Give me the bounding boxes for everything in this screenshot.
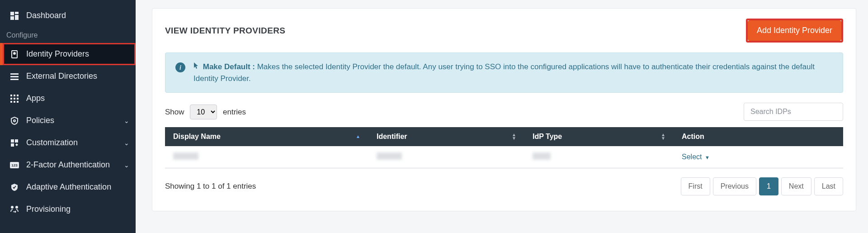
users-exchange-icon: [9, 205, 20, 214]
svg-rect-8: [10, 79, 19, 80]
table-info: Showing 1 to 1 of 1 entries: [165, 182, 256, 191]
pagination: First Previous 1 Next Last: [681, 177, 843, 195]
svg-point-24: [11, 206, 14, 209]
svg-rect-1: [15, 12, 19, 14]
redacted-value: [533, 152, 551, 160]
redacted-value: [377, 152, 402, 160]
badge-123-icon: 123: [9, 162, 20, 168]
sidebar-item-label: Customization: [26, 138, 78, 147]
col-idp-type[interactable]: IdP Type ▲▼: [524, 127, 674, 146]
sort-icon: ▲▼: [512, 133, 516, 140]
svg-rect-20: [15, 139, 18, 143]
page-previous-button[interactable]: Previous: [713, 177, 756, 195]
dashboard-icon: [9, 12, 20, 20]
shield-check-icon: [9, 183, 20, 191]
info-text: Make Default : Makes the selected Identi…: [193, 61, 833, 84]
svg-rect-19: [11, 139, 14, 143]
page-first-button[interactable]: First: [681, 177, 710, 195]
svg-rect-16: [14, 101, 15, 103]
svg-rect-12: [10, 98, 12, 100]
svg-rect-14: [17, 98, 19, 100]
table-row: Select ▼: [165, 146, 843, 168]
idp-table: Display Name ▲ Identifier ▲▼ IdP Type ▲▼…: [165, 127, 843, 168]
svg-rect-2: [15, 15, 19, 20]
sidebar-item-provisioning[interactable]: Provisioning: [0, 198, 136, 220]
svg-point-25: [15, 206, 18, 209]
col-display-name[interactable]: Display Name ▲: [165, 127, 368, 146]
entries-control: Show 10 entries: [165, 105, 246, 119]
cell-action: Select ▼: [674, 146, 843, 168]
chevron-down-icon: ⌄: [124, 162, 129, 169]
sidebar-item-label: Dashboard: [26, 11, 66, 20]
entries-select[interactable]: 10: [190, 105, 217, 119]
info-lead: Make Default :: [203, 62, 255, 71]
grid-icon: [9, 95, 20, 103]
row-action-select[interactable]: Select ▼: [682, 153, 710, 161]
search-input[interactable]: [744, 103, 843, 121]
add-identity-provider-button[interactable]: Add Identity Provider: [748, 20, 841, 41]
page-title: VIEW IDENTITY PROVIDERS: [165, 26, 285, 36]
sidebar-item-label: External Directories: [26, 71, 97, 81]
sidebar-item-adaptive-auth[interactable]: Adaptive Authentication: [0, 176, 136, 198]
sidebar-item-policies[interactable]: Policies ⌄: [0, 109, 136, 132]
sidebar: Dashboard Configure Identity Providers E…: [0, 0, 136, 233]
sidebar-item-identity-providers[interactable]: Identity Providers: [0, 43, 136, 65]
svg-rect-7: [10, 76, 19, 77]
cell-idp-type: [524, 146, 674, 168]
sort-icon: ▲: [356, 135, 360, 138]
svg-point-18: [14, 120, 15, 122]
info-icon: i: [175, 62, 185, 72]
svg-rect-21: [11, 143, 14, 147]
caret-down-icon: ▼: [705, 155, 710, 160]
svg-text:123: 123: [11, 163, 18, 167]
sort-icon: ▲▼: [661, 133, 665, 140]
sidebar-item-label: Policies: [26, 116, 54, 125]
sidebar-item-dashboard[interactable]: Dashboard: [0, 5, 136, 27]
cell-identifier: [368, 146, 524, 168]
svg-rect-17: [17, 101, 19, 103]
info-callout: i Make Default : Makes the selected Iden…: [165, 52, 843, 93]
chevron-down-icon: ⌄: [124, 139, 129, 147]
shield-gear-icon: [9, 117, 20, 125]
sidebar-item-label: 2-Factor Authentication: [26, 160, 110, 170]
svg-rect-3: [10, 16, 14, 20]
sidebar-item-label: Apps: [26, 94, 45, 103]
main-content: VIEW IDENTITY PROVIDERS Add Identity Pro…: [136, 0, 868, 233]
show-label-prefix: Show: [165, 108, 184, 116]
cell-display-name: [165, 146, 368, 168]
svg-rect-10: [14, 95, 15, 96]
svg-rect-15: [10, 101, 12, 103]
page-next-button[interactable]: Next: [781, 177, 811, 195]
idp-icon: [9, 50, 20, 58]
svg-rect-13: [14, 98, 15, 100]
sidebar-item-label: Identity Providers: [26, 49, 89, 59]
page-number-button[interactable]: 1: [759, 177, 778, 195]
svg-point-5: [14, 52, 15, 54]
chevron-down-icon: ⌄: [124, 117, 129, 124]
info-body: Makes the selected Identity Provider the…: [193, 62, 815, 83]
sidebar-item-apps[interactable]: Apps: [0, 87, 136, 109]
cursor-icon: [193, 62, 201, 71]
redacted-value: [173, 152, 198, 160]
sidebar-item-label: Adaptive Authentication: [26, 182, 111, 192]
svg-rect-0: [10, 12, 14, 15]
sidebar-item-label: Provisioning: [26, 204, 71, 214]
list-icon: [9, 72, 20, 81]
svg-rect-11: [17, 95, 19, 96]
show-label-suffix: entries: [223, 108, 246, 116]
svg-rect-6: [10, 73, 19, 75]
puzzle-icon: [9, 139, 20, 147]
col-action: Action: [674, 127, 843, 146]
sidebar-section-configure: Configure: [0, 27, 136, 43]
svg-rect-9: [10, 95, 12, 96]
sidebar-item-customization[interactable]: Customization ⌄: [0, 132, 136, 154]
col-identifier[interactable]: Identifier ▲▼: [368, 127, 524, 146]
sidebar-item-2fa[interactable]: 123 2-Factor Authentication ⌄: [0, 154, 136, 176]
sidebar-item-external-directories[interactable]: External Directories: [0, 65, 136, 87]
page-last-button[interactable]: Last: [814, 177, 843, 195]
panel-view-idp: VIEW IDENTITY PROVIDERS Add Identity Pro…: [152, 8, 856, 211]
